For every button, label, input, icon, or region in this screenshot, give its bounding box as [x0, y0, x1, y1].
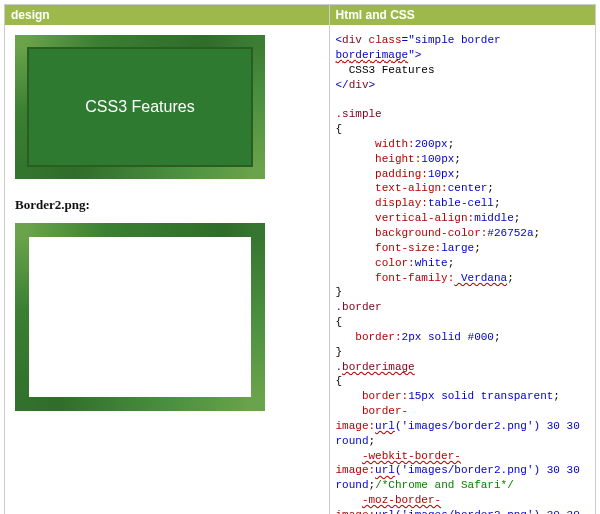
css3-demo-frame: CSS3 Features	[15, 35, 265, 179]
design-header: design	[5, 5, 329, 25]
design-column: design CSS3 Features Border2.png:	[5, 5, 330, 514]
css3-demo-box: CSS3 Features	[27, 47, 253, 167]
border-image-filename: Border2.png:	[15, 197, 319, 213]
code-header: Html and CSS	[330, 5, 596, 25]
two-column-layout: design CSS3 Features Border2.png: Html a…	[4, 4, 596, 514]
code-snippet: <div class="simple border borderimage"> …	[336, 33, 590, 514]
border-image-preview	[15, 223, 265, 411]
code-body: <div class="simple border borderimage"> …	[330, 25, 596, 514]
design-body: CSS3 Features Border2.png:	[5, 25, 329, 514]
demo-caption: CSS3 Features	[85, 98, 194, 116]
code-column: Html and CSS <div class="simple border b…	[330, 5, 596, 514]
